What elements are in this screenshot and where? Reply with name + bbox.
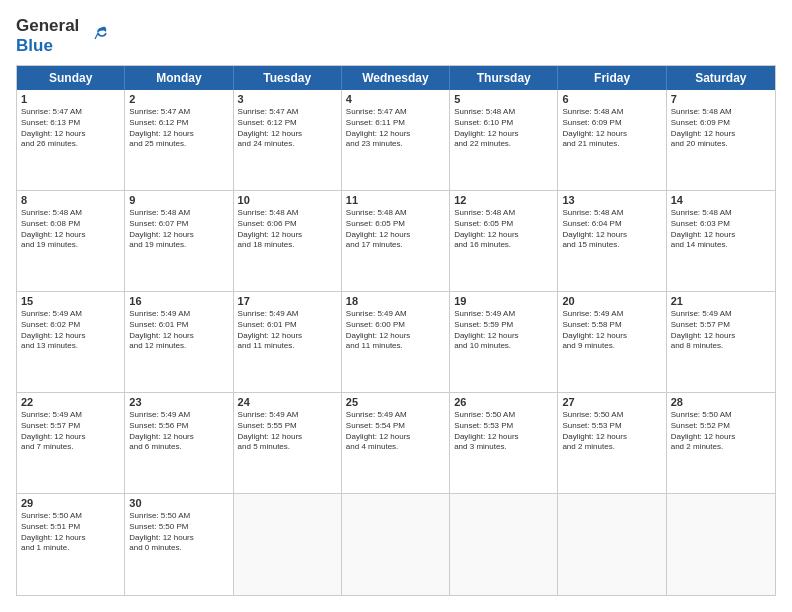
day-number: 26 [454, 396, 553, 408]
day-10: 10Sunrise: 5:48 AM Sunset: 6:06 PM Dayli… [234, 191, 342, 291]
day-number: 25 [346, 396, 445, 408]
day-info: Sunrise: 5:50 AM Sunset: 5:52 PM Dayligh… [671, 410, 771, 453]
day-3: 3Sunrise: 5:47 AM Sunset: 6:12 PM Daylig… [234, 90, 342, 190]
day-17: 17Sunrise: 5:49 AM Sunset: 6:01 PM Dayli… [234, 292, 342, 392]
day-info: Sunrise: 5:47 AM Sunset: 6:13 PM Dayligh… [21, 107, 120, 150]
day-number: 10 [238, 194, 337, 206]
day-4: 4Sunrise: 5:47 AM Sunset: 6:11 PM Daylig… [342, 90, 450, 190]
empty-cell [667, 494, 775, 595]
week-3: 15Sunrise: 5:49 AM Sunset: 6:02 PM Dayli… [17, 292, 775, 393]
day-5: 5Sunrise: 5:48 AM Sunset: 6:10 PM Daylig… [450, 90, 558, 190]
day-6: 6Sunrise: 5:48 AM Sunset: 6:09 PM Daylig… [558, 90, 666, 190]
day-24: 24Sunrise: 5:49 AM Sunset: 5:55 PM Dayli… [234, 393, 342, 493]
day-number: 3 [238, 93, 337, 105]
header: General Blue [16, 16, 776, 55]
day-info: Sunrise: 5:48 AM Sunset: 6:06 PM Dayligh… [238, 208, 337, 251]
header-monday: Monday [125, 66, 233, 90]
calendar-body: 1Sunrise: 5:47 AM Sunset: 6:13 PM Daylig… [17, 90, 775, 595]
empty-cell [342, 494, 450, 595]
day-number: 1 [21, 93, 120, 105]
header-wednesday: Wednesday [342, 66, 450, 90]
day-9: 9Sunrise: 5:48 AM Sunset: 6:07 PM Daylig… [125, 191, 233, 291]
day-info: Sunrise: 5:48 AM Sunset: 6:05 PM Dayligh… [454, 208, 553, 251]
day-info: Sunrise: 5:50 AM Sunset: 5:51 PM Dayligh… [21, 511, 120, 554]
day-info: Sunrise: 5:49 AM Sunset: 6:02 PM Dayligh… [21, 309, 120, 352]
day-23: 23Sunrise: 5:49 AM Sunset: 5:56 PM Dayli… [125, 393, 233, 493]
day-8: 8Sunrise: 5:48 AM Sunset: 6:08 PM Daylig… [17, 191, 125, 291]
day-info: Sunrise: 5:49 AM Sunset: 5:57 PM Dayligh… [21, 410, 120, 453]
day-info: Sunrise: 5:48 AM Sunset: 6:09 PM Dayligh… [562, 107, 661, 150]
day-number: 15 [21, 295, 120, 307]
day-info: Sunrise: 5:47 AM Sunset: 6:12 PM Dayligh… [238, 107, 337, 150]
empty-cell [234, 494, 342, 595]
day-number: 9 [129, 194, 228, 206]
day-22: 22Sunrise: 5:49 AM Sunset: 5:57 PM Dayli… [17, 393, 125, 493]
day-info: Sunrise: 5:48 AM Sunset: 6:05 PM Dayligh… [346, 208, 445, 251]
day-16: 16Sunrise: 5:49 AM Sunset: 6:01 PM Dayli… [125, 292, 233, 392]
day-number: 2 [129, 93, 228, 105]
day-number: 22 [21, 396, 120, 408]
day-number: 4 [346, 93, 445, 105]
day-number: 18 [346, 295, 445, 307]
day-number: 30 [129, 497, 228, 509]
day-number: 29 [21, 497, 120, 509]
day-info: Sunrise: 5:48 AM Sunset: 6:10 PM Dayligh… [454, 107, 553, 150]
day-number: 12 [454, 194, 553, 206]
day-info: Sunrise: 5:50 AM Sunset: 5:53 PM Dayligh… [454, 410, 553, 453]
day-info: Sunrise: 5:48 AM Sunset: 6:04 PM Dayligh… [562, 208, 661, 251]
day-info: Sunrise: 5:49 AM Sunset: 5:55 PM Dayligh… [238, 410, 337, 453]
day-info: Sunrise: 5:49 AM Sunset: 6:00 PM Dayligh… [346, 309, 445, 352]
day-info: Sunrise: 5:49 AM Sunset: 5:58 PM Dayligh… [562, 309, 661, 352]
empty-cell [558, 494, 666, 595]
day-info: Sunrise: 5:48 AM Sunset: 6:07 PM Dayligh… [129, 208, 228, 251]
calendar-header: Sunday Monday Tuesday Wednesday Thursday… [17, 66, 775, 90]
day-29: 29Sunrise: 5:50 AM Sunset: 5:51 PM Dayli… [17, 494, 125, 595]
day-info: Sunrise: 5:48 AM Sunset: 6:08 PM Dayligh… [21, 208, 120, 251]
header-saturday: Saturday [667, 66, 775, 90]
day-number: 28 [671, 396, 771, 408]
day-info: Sunrise: 5:49 AM Sunset: 5:59 PM Dayligh… [454, 309, 553, 352]
header-tuesday: Tuesday [234, 66, 342, 90]
day-1: 1Sunrise: 5:47 AM Sunset: 6:13 PM Daylig… [17, 90, 125, 190]
day-26: 26Sunrise: 5:50 AM Sunset: 5:53 PM Dayli… [450, 393, 558, 493]
calendar: Sunday Monday Tuesday Wednesday Thursday… [16, 65, 776, 596]
header-friday: Friday [558, 66, 666, 90]
header-sunday: Sunday [17, 66, 125, 90]
day-30: 30Sunrise: 5:50 AM Sunset: 5:50 PM Dayli… [125, 494, 233, 595]
logo: General Blue [16, 16, 107, 55]
week-1: 1Sunrise: 5:47 AM Sunset: 6:13 PM Daylig… [17, 90, 775, 191]
day-number: 21 [671, 295, 771, 307]
day-info: Sunrise: 5:49 AM Sunset: 5:57 PM Dayligh… [671, 309, 771, 352]
logo-general: General [16, 16, 79, 36]
day-11: 11Sunrise: 5:48 AM Sunset: 6:05 PM Dayli… [342, 191, 450, 291]
day-21: 21Sunrise: 5:49 AM Sunset: 5:57 PM Dayli… [667, 292, 775, 392]
day-number: 7 [671, 93, 771, 105]
day-7: 7Sunrise: 5:48 AM Sunset: 6:09 PM Daylig… [667, 90, 775, 190]
day-number: 14 [671, 194, 771, 206]
day-27: 27Sunrise: 5:50 AM Sunset: 5:53 PM Dayli… [558, 393, 666, 493]
day-number: 11 [346, 194, 445, 206]
day-number: 23 [129, 396, 228, 408]
page: General Blue Sunday Monday Tuesday Wedne… [0, 0, 792, 612]
day-info: Sunrise: 5:47 AM Sunset: 6:11 PM Dayligh… [346, 107, 445, 150]
day-info: Sunrise: 5:50 AM Sunset: 5:50 PM Dayligh… [129, 511, 228, 554]
empty-cell [450, 494, 558, 595]
day-info: Sunrise: 5:49 AM Sunset: 5:54 PM Dayligh… [346, 410, 445, 453]
day-number: 6 [562, 93, 661, 105]
day-number: 20 [562, 295, 661, 307]
day-28: 28Sunrise: 5:50 AM Sunset: 5:52 PM Dayli… [667, 393, 775, 493]
day-info: Sunrise: 5:47 AM Sunset: 6:12 PM Dayligh… [129, 107, 228, 150]
header-thursday: Thursday [450, 66, 558, 90]
day-2: 2Sunrise: 5:47 AM Sunset: 6:12 PM Daylig… [125, 90, 233, 190]
day-14: 14Sunrise: 5:48 AM Sunset: 6:03 PM Dayli… [667, 191, 775, 291]
day-15: 15Sunrise: 5:49 AM Sunset: 6:02 PM Dayli… [17, 292, 125, 392]
day-number: 27 [562, 396, 661, 408]
week-4: 22Sunrise: 5:49 AM Sunset: 5:57 PM Dayli… [17, 393, 775, 494]
day-info: Sunrise: 5:49 AM Sunset: 6:01 PM Dayligh… [129, 309, 228, 352]
logo-blue: Blue [16, 36, 79, 56]
day-number: 24 [238, 396, 337, 408]
day-20: 20Sunrise: 5:49 AM Sunset: 5:58 PM Dayli… [558, 292, 666, 392]
day-info: Sunrise: 5:49 AM Sunset: 6:01 PM Dayligh… [238, 309, 337, 352]
day-18: 18Sunrise: 5:49 AM Sunset: 6:00 PM Dayli… [342, 292, 450, 392]
day-number: 16 [129, 295, 228, 307]
